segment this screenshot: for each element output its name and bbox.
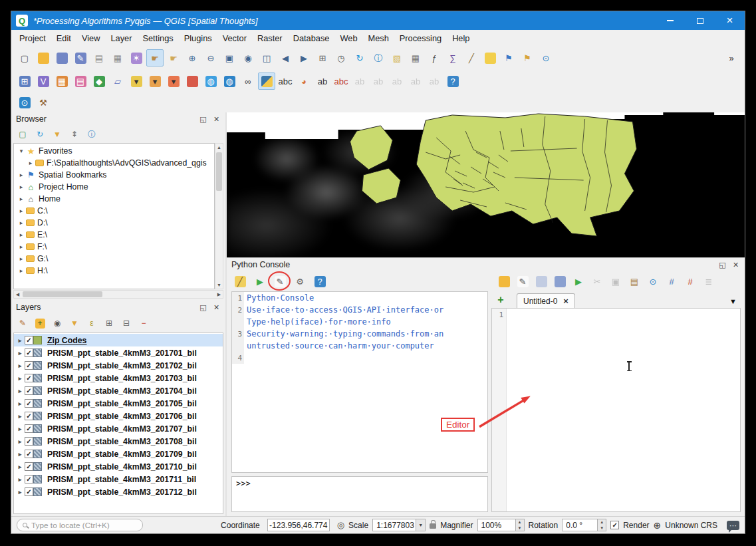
map-tips-icon[interactable] [481,49,499,67]
map-canvas[interactable] [227,112,745,257]
chevron-down-icon[interactable] [416,519,426,531]
menu-item[interactable]: Processing [394,31,447,45]
identify-features-icon[interactable]: ⓘ [370,49,387,67]
cut-icon[interactable]: ✂ [589,273,605,289]
close-panel-icon[interactable] [212,303,221,312]
show-bookmarks-icon[interactable]: ⚑ [519,49,536,67]
tree-item[interactable]: ▸ D:\ [14,217,214,229]
label-move-icon[interactable]: ab [351,72,368,90]
metasearch-icon[interactable]: ◍ [202,72,219,90]
layer-checkbox[interactable] [25,348,33,357]
scroll-thumb[interactable] [216,152,222,191]
layer-row[interactable]: PRISM_ppt_stable_4kmM3_201710_bil [14,460,223,473]
zoom-to-layer-icon[interactable]: ◫ [258,49,275,67]
zoom-in-icon[interactable]: ⊕ [184,49,201,67]
menu-item[interactable]: Project [14,31,51,45]
editor-tab[interactable]: Untitled-0 [517,293,575,308]
show-editor-icon[interactable]: ✎ [272,273,288,289]
refresh-browser-icon[interactable]: ↻ [33,127,47,142]
properties-widget-icon[interactable]: ⓘ [84,127,99,142]
render-checkbox[interactable] [610,521,619,529]
layer-row[interactable]: PRISM_ppt_stable_4kmM3_201705_bil [14,397,223,410]
expander-icon[interactable]: ▸ [17,184,26,190]
layer-styling-icon[interactable]: ✎ [15,316,30,331]
scale-value[interactable]: 1:1677803 [372,519,416,531]
statistical-summary-icon[interactable]: ∑ [444,49,461,67]
menu-item[interactable]: Edit [51,31,76,45]
layer-checkbox[interactable] [25,361,33,370]
nominatim-search-icon[interactable]: ⊙ [537,49,555,67]
layer-row[interactable]: PRISM_ppt_stable_4kmM3_201712_bil [14,485,223,498]
layer-checkbox[interactable] [25,475,33,483]
comment-icon[interactable]: # [664,273,680,289]
maximize-button[interactable] [685,11,715,30]
layer-checkbox[interactable] [25,336,33,344]
expander-icon[interactable]: ▸ [17,196,26,202]
zoom-to-selection-icon[interactable]: ◉ [239,49,257,67]
select-features-icon[interactable]: ▧ [388,49,406,67]
zoom-full-icon[interactable]: ▣ [221,49,238,67]
layer-checkbox[interactable] [25,487,33,496]
osm-place-search-icon[interactable]: ⊙ [16,94,33,111]
expander-icon[interactable] [15,451,25,458]
add-selected-layers-icon[interactable]: ▢ [15,127,30,142]
tree-item[interactable]: ▸ G:\ [14,253,214,265]
uncomment-icon[interactable]: # [682,273,698,289]
expander-icon[interactable] [15,489,25,495]
expander-icon[interactable]: ▸ [17,219,26,226]
copy-style-dropdown-icon[interactable]: ▾ [146,72,164,90]
editor-content[interactable] [507,309,740,511]
layer-checkbox[interactable] [25,386,33,395]
menu-item[interactable]: Web [334,31,362,45]
locator-search[interactable] [17,519,143,531]
select-dropdown-icon[interactable]: ▾ [128,72,145,90]
tree-item[interactable]: ▸ F:\Spatialthoughts\AdvQGIS\advanced_qg… [14,157,214,169]
zoom-last-icon[interactable]: ◀ [277,49,294,67]
paste-style-dropdown-icon[interactable]: ▾ [165,72,182,90]
plugin-builder-icon[interactable]: ⚒ [35,94,52,111]
expander-icon[interactable]: ▸ [26,160,35,166]
copy-icon[interactable]: ▣ [608,273,624,289]
new-raster-layer-icon[interactable]: ▦ [53,72,70,90]
tree-item[interactable]: ▸ Home [14,193,214,205]
zoom-out-icon[interactable]: ⊖ [202,49,219,67]
console-options-icon[interactable]: ⚙ [292,273,308,289]
expander-icon[interactable]: ▸ [17,172,26,178]
save-project-icon[interactable] [53,49,70,67]
web-service-icon[interactable]: ◍ [221,72,238,90]
scroll-down-icon[interactable] [215,281,223,289]
editor-area[interactable]: 1 [491,308,741,512]
expander-icon[interactable]: ▾ [17,148,26,154]
new-map-view-icon[interactable]: ⊞ [314,49,331,67]
expander-icon[interactable] [15,438,25,445]
style-manager-icon[interactable]: ✶ [128,49,145,67]
scroll-up-icon[interactable] [215,144,223,151]
messages-icon[interactable] [727,521,739,530]
float-panel-icon[interactable] [199,115,207,124]
expander-icon[interactable] [15,400,25,407]
spin-up-icon[interactable] [516,519,524,525]
rotation-value[interactable]: 0.0 ° [562,519,598,531]
zoom-next-icon[interactable]: ▶ [295,49,313,67]
label-rotate-icon[interactable]: ab [370,72,387,90]
locator-input[interactable] [31,521,137,530]
layer-row[interactable]: PRISM_ppt_stable_4kmM3_201706_bil [14,410,223,422]
layer-row[interactable]: Zip Codes [14,334,223,346]
open-script-icon[interactable] [496,273,512,289]
menu-item[interactable]: View [76,31,106,45]
layer-checkbox[interactable] [25,424,33,433]
menu-item[interactable]: Layer [105,31,137,45]
cut-style-icon[interactable] [184,72,201,90]
new-virtual-layer-icon[interactable]: ▱ [109,72,126,90]
browser-horizontal-scrollbar[interactable] [13,290,223,299]
editor-list-dropdown-icon[interactable] [729,297,737,305]
menu-item[interactable]: Mesh [363,31,394,45]
field-calculator-icon[interactable]: ƒ [426,49,443,67]
expander-icon[interactable]: ▸ [17,255,26,262]
label-pin-icon[interactable]: ab [314,72,331,90]
clear-console-icon[interactable]: ╱ [232,273,248,289]
new-project-icon[interactable]: ▢ [16,49,33,67]
layer-row[interactable]: PRISM_ppt_stable_4kmM3_201709_bil [14,448,223,460]
scroll-thumb-horizontal[interactable] [23,291,102,297]
python-console-icon[interactable] [258,72,275,90]
